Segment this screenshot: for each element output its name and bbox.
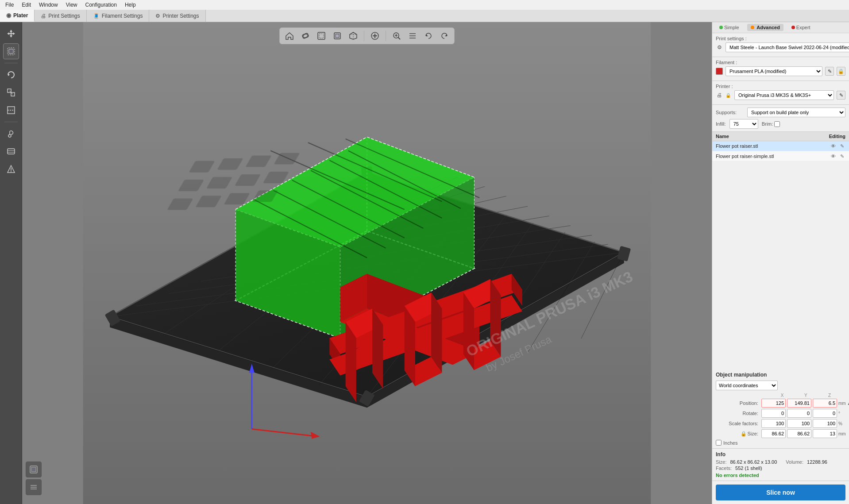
size-y[interactable] — [787, 429, 811, 438]
toolbar-zoom-rect[interactable] — [315, 30, 328, 42]
menu-file[interactable]: File — [2, 1, 17, 9]
tool-seam[interactable] — [3, 143, 19, 159]
tool-cut[interactable] — [3, 102, 19, 118]
toolbar-3d[interactable] — [347, 30, 359, 42]
viewport[interactable]: ORIGINAL PRUSA i3 MK3 by Josef Prusa — [22, 22, 712, 504]
rotate-y[interactable] — [787, 409, 811, 418]
obj-eye-0[interactable]: 👁 — [830, 142, 837, 150]
obj-col-name: Name — [716, 134, 819, 139]
toolbar-layers[interactable] — [406, 30, 419, 42]
info-volume-label: Volume: — [786, 459, 803, 465]
slice-button[interactable]: Slice now — [716, 485, 845, 500]
infill-label: Infill: — [716, 121, 726, 127]
obj-header: Name Editing — [712, 132, 849, 141]
position-x[interactable] — [761, 399, 786, 408]
menu-configuration[interactable]: Configuration — [82, 1, 120, 9]
toolbar-redo[interactable] — [438, 30, 451, 42]
supports-select[interactable]: Support on build plate only — [747, 108, 845, 117]
obj-icons-1: 👁 ✎ — [830, 153, 845, 160]
menu-edit[interactable]: Edit — [18, 1, 35, 9]
tool-move[interactable] — [3, 26, 19, 42]
supports-label: Supports: — [716, 110, 745, 115]
mode-tabs: Simple Advanced Expert — [712, 22, 849, 33]
obj-row-0[interactable]: Flower pot raiser.stl 👁 ✎ — [712, 141, 849, 151]
svg-rect-121 — [31, 467, 36, 472]
scale-label: Scale factors: — [716, 421, 760, 426]
position-label: Position: — [716, 400, 760, 406]
tab-filament-settings[interactable]: 🧵 Filament Settings — [87, 10, 150, 22]
mode-advanced[interactable]: Advanced — [747, 24, 783, 31]
tab-print-settings[interactable]: 🖨 Print Settings — [35, 10, 86, 22]
inches-checkbox[interactable] — [716, 440, 722, 446]
tool-select[interactable] — [3, 43, 19, 59]
filament-color-swatch[interactable] — [716, 68, 723, 75]
obj-edit-0[interactable]: ✎ — [838, 142, 845, 150]
position-row: Position: mm ▲ — [716, 399, 845, 408]
simple-dot — [719, 26, 723, 29]
toolbar-zoom-fit[interactable] — [390, 30, 403, 42]
obj-col-editing: Editing — [819, 134, 845, 139]
info-volume-value: 12288.96 — [807, 459, 827, 465]
scale-y[interactable] — [787, 419, 811, 428]
view-layers-btn[interactable] — [26, 479, 42, 495]
toolbar-home[interactable] — [283, 30, 296, 42]
scale-x[interactable] — [761, 419, 786, 428]
menu-help[interactable]: Help — [121, 1, 139, 9]
top-toolbar — [279, 27, 455, 44]
scale-row: Scale factors: % — [716, 419, 845, 428]
svg-point-15 — [11, 171, 12, 172]
svg-marker-35 — [426, 34, 428, 36]
viewport-3d[interactable]: ORIGINAL PRUSA i3 MK3 by Josef Prusa — [22, 22, 712, 504]
printer-select[interactable]: Original Prusa i3 MK3S & MK3S+ — [734, 90, 834, 100]
info-section: Info Size: 86.62 x 86.62 x 13.00 Volume:… — [712, 449, 849, 481]
toolbar-add-object[interactable] — [369, 30, 381, 42]
brim-checkbox[interactable] — [774, 121, 780, 127]
view-3d-btn[interactable] — [26, 462, 42, 477]
infill-row: Infill: 75 Brim: — [716, 119, 845, 129]
menu-window[interactable]: Window — [35, 1, 62, 9]
obj-row-1[interactable]: Flower pot raiser-simple.stl 👁 ✎ — [712, 151, 849, 162]
obj-edit-1[interactable]: ✎ — [838, 153, 845, 160]
toolbar-orbit[interactable] — [299, 30, 312, 42]
menubar: File Edit Window View Configuration Help — [0, 0, 849, 10]
tool-rotate[interactable] — [3, 67, 19, 83]
tab-plater[interactable]: ◉ Plater — [0, 10, 35, 22]
tool-scale[interactable] — [3, 85, 19, 100]
printer-section: Printer : 🖨 🔒 Original Prusa i3 MK3S & M… — [712, 81, 849, 105]
size-x[interactable] — [761, 429, 786, 438]
printer-edit[interactable]: ✎ — [837, 91, 845, 100]
mode-expert[interactable]: Expert — [788, 24, 814, 31]
menu-view[interactable]: View — [62, 1, 81, 9]
rotate-z[interactable] — [813, 409, 837, 418]
tool-fdm[interactable] — [3, 161, 19, 177]
filament-select[interactable]: Prusament PLA (modified) — [726, 66, 822, 76]
print-settings-select[interactable]: Matt Steele - Launch Base Swivel 2022-06… — [726, 42, 849, 52]
coord-system-select[interactable]: World coordinates — [716, 381, 778, 390]
tab-printer-settings[interactable]: ⚙ Printer Settings — [149, 10, 205, 22]
position-y[interactable] — [787, 399, 811, 408]
svg-marker-0 — [7, 30, 15, 38]
rotate-x[interactable] — [761, 409, 786, 418]
rotate-unit: ° — [838, 411, 849, 416]
print-settings-section: Print settings : ⚙ Matt Steele - Launch … — [712, 33, 849, 57]
lock-icon: 🔒 — [741, 431, 747, 437]
position-z[interactable] — [813, 399, 837, 408]
filament-lock[interactable]: 🔒 — [837, 67, 845, 76]
left-toolbar — [0, 22, 22, 504]
infill-select[interactable]: 75 — [729, 119, 758, 129]
supports-section: Supports: Support on build plate only In… — [712, 105, 849, 132]
toolbar-sep-2 — [386, 31, 386, 41]
mode-simple[interactable]: Simple — [716, 24, 743, 31]
obj-eye-1[interactable]: 👁 — [830, 153, 837, 160]
bottom-left-tools — [26, 462, 42, 495]
size-z[interactable] — [813, 429, 837, 438]
inches-label: Inches — [723, 440, 737, 446]
filament-edit[interactable]: ✎ — [825, 67, 834, 76]
svg-rect-19 — [319, 34, 324, 38]
toolbar-section-cut[interactable] — [331, 30, 343, 42]
scale-z[interactable] — [813, 419, 837, 428]
info-size-value: 86.62 x 86.62 x 13.00 — [730, 459, 777, 465]
svg-rect-2 — [9, 49, 13, 54]
toolbar-undo[interactable] — [422, 30, 435, 42]
tool-paint[interactable] — [3, 126, 19, 142]
